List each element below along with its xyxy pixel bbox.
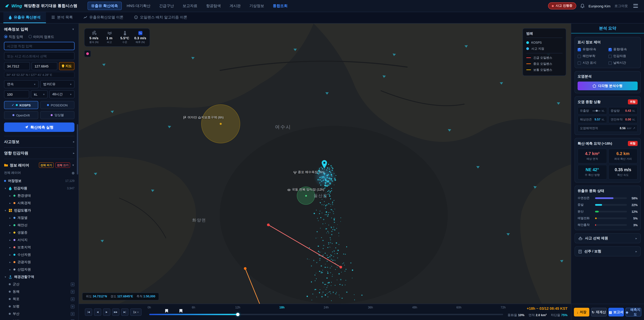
layer-style-icon[interactable]	[71, 304, 74, 308]
nav-item-weather[interactable]: 기상정보	[246, 2, 268, 10]
layer-item-tourism[interactable]: ▸관광자원	[4, 258, 74, 266]
tab-analysis-list[interactable]: 분석 목록	[46, 12, 78, 23]
recalculate-button[interactable]: ↻재계산	[591, 308, 607, 316]
polygon-analysis-button[interactable]: 다각형 분석수행	[578, 82, 638, 90]
tick-12h[interactable]: 12h	[235, 306, 240, 309]
owner-insurance-section[interactable]: 선주 / 보험 ▸	[574, 246, 641, 256]
save-button[interactable]: ↓저장	[574, 308, 589, 316]
tab-model-theory[interactable]: 유출유확산모델 이론	[78, 12, 129, 23]
tick-6h[interactable]: 6h	[192, 306, 195, 309]
tick-24h[interactable]: 24h	[324, 306, 329, 309]
prediction-input-header[interactable]: 예측정보 입력 ▼	[4, 27, 74, 32]
checkbox-wind-vector[interactable]: 풍향/풍속	[608, 47, 638, 52]
step-back-button[interactable]: ◀	[94, 308, 101, 316]
layer-group-coast-guard[interactable]: ▾ 해경관할구역	[4, 273, 74, 280]
timeline-handle[interactable]	[236, 313, 240, 316]
wetland-protection-area[interactable]	[201, 104, 240, 143]
tick-36h[interactable]: 36h	[368, 306, 373, 309]
layer-group-sensitivity-index[interactable]: ▾ 민감도평가	[4, 207, 74, 214]
oil-type-select[interactable]: 벙커C유▾	[40, 80, 74, 88]
layer-item-fishery[interactable]: 어장정보 17,129	[4, 177, 74, 185]
fast-forward-button[interactable]: ▶▶	[112, 308, 120, 316]
menu-icon[interactable]	[632, 3, 639, 9]
layer-style-icon[interactable]	[71, 312, 74, 316]
run-prediction-button[interactable]: 확산예측 실행	[4, 123, 74, 132]
model-chip-opendrift[interactable]: OpenDrift	[4, 111, 38, 119]
tick-72h[interactable]: 72h	[500, 306, 506, 309]
model-chip-kosps[interactable]: ✓KOSPS	[4, 101, 38, 109]
layer-toggle[interactable]	[72, 172, 74, 174]
tab-boom-algorithm-theory[interactable]: 오일펜스 배치 알고리즘 이론	[129, 12, 192, 23]
tick-18h[interactable]: 18h	[280, 306, 284, 309]
draw-tool-button[interactable]	[84, 50, 91, 57]
longitude-input[interactable]	[32, 62, 57, 70]
marker-label-wetland[interactable]: 여자만 습지보호구역 (6h)	[184, 115, 224, 120]
accident-name-input[interactable]	[4, 42, 74, 50]
pick-on-map-button[interactable]: 지도	[59, 62, 74, 70]
skip-end-button[interactable]: ▶|	[121, 308, 128, 316]
bookmark-icon[interactable]	[165, 309, 168, 313]
nav-item-reports[interactable]: 보고자료	[179, 2, 201, 10]
play-button[interactable]: ▶	[103, 308, 110, 316]
timeline-track[interactable]	[149, 314, 503, 315]
nav-item-integrated-search[interactable]: 통합조회	[269, 2, 291, 10]
checkbox-shore-adhesion[interactable]: 해안부착	[578, 54, 607, 58]
checkbox-sensitive-resources[interactable]: 민감자원	[608, 54, 638, 58]
nav-item-rescue[interactable]: 긴급구난	[156, 2, 178, 10]
layer-style-icon[interactable]	[71, 282, 74, 286]
layer-region-buan[interactable]: 부안	[4, 317, 74, 320]
layer-item-fishery-resources[interactable]: ▸수산자원	[4, 251, 74, 258]
layer-item-coastline[interactable]: ▸해안선	[4, 221, 74, 229]
radio-direct-input[interactable]: 직접 입력	[4, 35, 23, 39]
spill-type-select[interactable]: 연속▾	[4, 80, 38, 88]
accident-list-select[interactable]	[4, 52, 74, 60]
layer-region-gunsan[interactable]: 군산	[4, 280, 74, 288]
incident-location-pin[interactable]	[321, 160, 328, 170]
logout-button[interactable]: 로그아웃	[614, 4, 628, 8]
layer-item-eco[interactable]: ▸환경생태	[4, 192, 74, 199]
tick-0h[interactable]: 0h	[148, 306, 151, 309]
checkbox-time-display[interactable]: 시간 표시	[578, 61, 607, 65]
checkbox-current-vector[interactable]: 유향/유속	[578, 47, 607, 52]
model-chip-ensemble[interactable]: 앙상블	[40, 111, 74, 119]
tick-48h[interactable]: 48h	[412, 306, 417, 309]
layer-item-protected-area[interactable]: ▸보호지역	[4, 244, 74, 251]
layer-style-icon[interactable]	[71, 319, 74, 320]
report-button[interactable]: ▤보고서	[608, 308, 624, 316]
layer-item-socioeconomic[interactable]: ▸사회경제	[4, 199, 74, 207]
model-chip-poseidon[interactable]: POSEIDON	[40, 101, 74, 109]
ship-specs-section[interactable]: 사고 선박 제원 ▸	[574, 233, 641, 243]
unit-select[interactable]: kL▾	[31, 90, 48, 98]
incident-status-badge[interactable]: 사고 진행중	[548, 2, 576, 10]
notification-bell-icon[interactable]	[580, 4, 584, 8]
amount-mini-slider[interactable]	[592, 110, 600, 111]
layer-item-habitat[interactable]: ▸서식지	[4, 236, 74, 244]
nav-item-oil-spill-prediction[interactable]: 유출유 확산예측	[88, 2, 122, 10]
layer-style-icon[interactable]	[71, 290, 74, 293]
info-layers-header[interactable]: 정보 레이어 전체 켜기 전체 끄기 ▼	[4, 159, 74, 168]
all-layers-row[interactable]: 전체 레이어	[4, 171, 74, 175]
layer-region-donghae[interactable]: 동해	[4, 288, 74, 295]
layer-item-species[interactable]: ▸생물종	[4, 229, 74, 236]
skip-start-button[interactable]: |◀	[85, 308, 92, 316]
playback-speed-select[interactable]: 1x▾	[130, 308, 142, 316]
layer-region-busan[interactable]: 부산	[4, 310, 74, 317]
nav-item-aerial-search[interactable]: 항공탐색	[202, 2, 224, 10]
tick-60h[interactable]: 60h	[456, 306, 461, 309]
layer-region-boryeong[interactable]: 보령	[4, 303, 74, 310]
accident-info-section[interactable]: 사고정보▸	[4, 136, 74, 147]
impact-resources-section[interactable]: 영향 민감자원▸	[4, 147, 74, 159]
sidebar-scrollbar[interactable]	[77, 124, 78, 175]
tab-diffusion-analysis[interactable]: 유출유 확산분석	[3, 12, 46, 23]
layer-style-icon[interactable]	[71, 297, 74, 301]
duration-select[interactable]: 48시간▾	[49, 90, 74, 98]
all-layers-off-button[interactable]: 전체 끄기	[55, 162, 70, 168]
map-canvas[interactable]: 여수시 화양면 돌산읍 여자만 습지보호구역 (6h) 종포 해수욕장 (6h)…	[79, 24, 571, 304]
all-layers-on-button[interactable]: 전체 켜기	[39, 162, 54, 168]
radio-image-upload[interactable]: 이미지 업로드	[28, 35, 54, 39]
layer-region-mokpo[interactable]: 목포	[4, 295, 74, 303]
spill-amount-input[interactable]	[4, 90, 29, 98]
prediction-map-button[interactable]: ◈예측지도	[626, 308, 641, 316]
marker-label-farm[interactable]: 국동 전복 양식장 (12h)	[288, 188, 324, 192]
checkbox-datetime[interactable]: 날짜시간	[608, 61, 638, 65]
